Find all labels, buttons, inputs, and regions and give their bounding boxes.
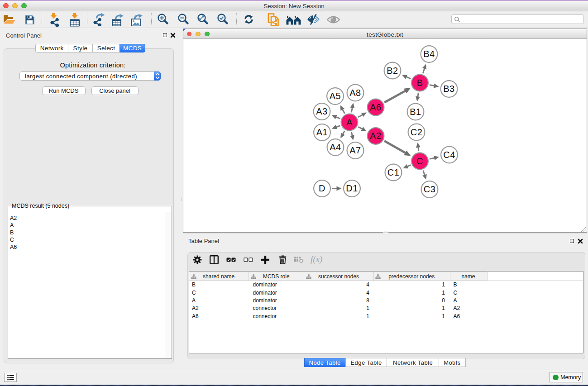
svg-text:A3: A3 [316, 106, 327, 116]
svg-text:C3: C3 [424, 184, 435, 194]
svg-text:A1: A1 [316, 127, 328, 137]
svg-text:B2: B2 [387, 66, 398, 76]
svg-text:C1: C1 [387, 167, 399, 177]
svg-text:B3: B3 [443, 84, 454, 94]
svg-text:A5: A5 [330, 91, 341, 101]
svg-text:C2: C2 [411, 127, 422, 137]
svg-text:B4: B4 [423, 49, 435, 59]
svg-text:A6: A6 [370, 102, 381, 112]
svg-text:B1: B1 [410, 107, 421, 117]
svg-text:C: C [416, 156, 423, 166]
svg-text:A7: A7 [349, 145, 361, 155]
svg-text:A8: A8 [349, 88, 361, 98]
svg-text:D1: D1 [346, 183, 358, 193]
svg-text:A2: A2 [370, 131, 381, 141]
svg-text:A: A [346, 117, 353, 127]
svg-text:B: B [417, 78, 423, 88]
svg-text:C4: C4 [443, 150, 455, 160]
svg-text:D: D [319, 183, 325, 193]
svg-text:A4: A4 [330, 142, 341, 152]
